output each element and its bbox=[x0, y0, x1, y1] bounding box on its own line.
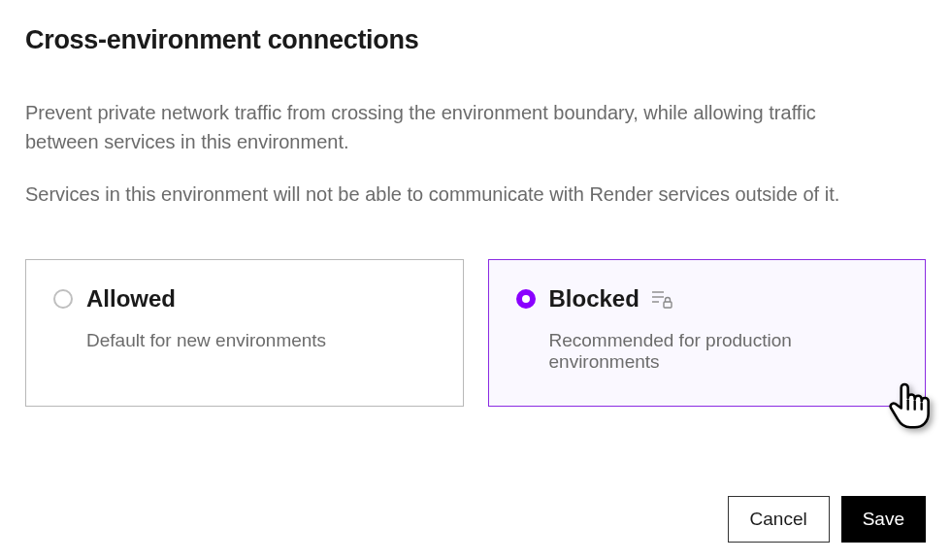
option-blocked-title-text: Blocked bbox=[549, 285, 639, 313]
description-p2: Services in this environment will not be… bbox=[25, 180, 869, 209]
buttons-row: Cancel Save bbox=[728, 496, 926, 543]
page-title: Cross-environment connections bbox=[25, 25, 926, 55]
lock-list-icon bbox=[651, 289, 672, 309]
option-blocked-title: Blocked bbox=[549, 285, 672, 313]
options-row: Allowed Default for new environments Blo… bbox=[25, 259, 926, 407]
option-blocked[interactable]: Blocked Recommended for production envir… bbox=[488, 259, 927, 407]
save-button[interactable]: Save bbox=[841, 496, 926, 543]
option-allowed-subtitle: Default for new environments bbox=[86, 330, 436, 351]
option-blocked-subtitle: Recommended for production environments bbox=[549, 330, 899, 373]
cursor-pointer-icon bbox=[883, 378, 937, 432]
radio-checked-icon bbox=[516, 289, 536, 309]
cancel-button[interactable]: Cancel bbox=[728, 496, 830, 543]
description-p1: Prevent private network traffic from cro… bbox=[25, 98, 869, 156]
option-allowed-title: Allowed bbox=[86, 285, 176, 313]
radio-icon bbox=[53, 289, 73, 309]
option-allowed-header: Allowed bbox=[53, 285, 436, 313]
svg-rect-3 bbox=[664, 302, 672, 308]
option-allowed[interactable]: Allowed Default for new environments bbox=[25, 259, 464, 407]
option-blocked-header: Blocked bbox=[516, 285, 899, 313]
